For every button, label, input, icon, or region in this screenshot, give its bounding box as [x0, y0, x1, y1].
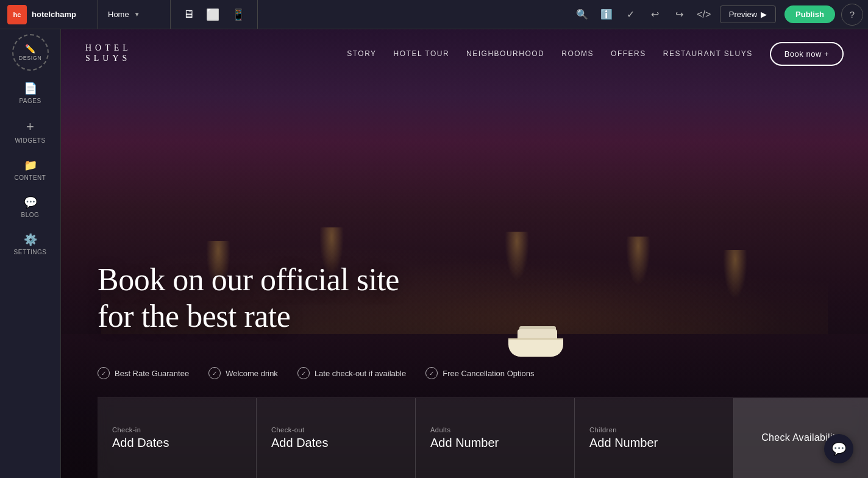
check-icon-4: ✓	[425, 367, 438, 379]
pencil-icon: ✏️	[25, 44, 35, 54]
feature-label-4: Free Cancellation Options	[443, 369, 534, 378]
nav-hotel-tour[interactable]: HOTEL TOUR	[394, 49, 449, 58]
chat-icon: 💬	[831, 441, 847, 456]
nav-story[interactable]: STORY	[347, 49, 376, 58]
check-icon-1: ✓	[98, 367, 110, 379]
logo-line1: HOTEL	[85, 43, 132, 54]
hero-line2: for the best rate	[98, 299, 290, 334]
preview-label: Preview	[729, 10, 757, 19]
feature-label-3: Late check-out if available	[315, 369, 406, 378]
nav-links: STORY HOTEL TOUR NEIGHBOURHOOD ROOMS OFF…	[347, 42, 844, 66]
mobile-icon[interactable]: 📱	[229, 5, 247, 24]
logo[interactable]: hc hotelchamp	[0, 0, 98, 29]
feature-cancellation: ✓ Free Cancellation Options	[425, 367, 534, 379]
content-label: CONTENT	[15, 174, 46, 181]
logo-line2: SLUYS	[85, 54, 132, 64]
checkout-field[interactable]: Check-out Add Dates	[257, 398, 416, 478]
site-navigation: HOTEL SLUYS STORY HOTEL TOUR NEIGHBOURHO…	[61, 29, 868, 78]
check-button[interactable]: ✓	[620, 4, 642, 26]
website-preview: HOTEL SLUYS STORY HOTEL TOUR NEIGHBOURHO…	[61, 29, 868, 478]
booking-bar: Check-in Add Dates Check-out Add Dates A…	[98, 398, 868, 478]
widgets-label: WIDGETS	[15, 137, 45, 144]
chevron-down-icon: ▼	[134, 11, 140, 18]
nav-offers[interactable]: OFFERS	[611, 49, 646, 58]
children-field[interactable]: Children Add Number	[575, 398, 734, 478]
nav-neighbourhood[interactable]: NEIGHBOURHOOD	[466, 49, 544, 58]
sidebar-item-widgets[interactable]: + WIDGETS	[6, 113, 55, 150]
toolbar: hc hotelchamp Home ▼ 🖥 ⬜ 📱 🔍 ℹ️ ✓ ↩ ↪ </…	[0, 0, 868, 29]
checkout-value: Add Dates	[271, 436, 400, 450]
checkin-value: Add Dates	[112, 436, 241, 450]
design-label: DESIGN	[19, 55, 42, 61]
nav-rooms[interactable]: ROOMS	[561, 49, 594, 58]
play-icon: ▶	[761, 10, 767, 19]
adults-label: Adults	[430, 426, 560, 433]
plus-icon: +	[26, 119, 34, 135]
folder-icon: 📁	[24, 159, 37, 172]
hotelchamp-logo-icon: hc	[7, 5, 27, 24]
toolbar-actions: 🔍 ℹ️ ✓ ↩ ↪ </> Preview ▶ Publish ?	[566, 4, 868, 26]
publish-button[interactable]: Publish	[784, 5, 835, 23]
hero-heading: Book on our official site for the best r…	[98, 262, 399, 335]
lamp-glow-3	[505, 232, 529, 280]
code-button[interactable]: </>	[693, 4, 715, 26]
check-icon-3: ✓	[297, 367, 310, 379]
tablet-icon[interactable]: ⬜	[204, 5, 222, 24]
device-switcher: 🖥 ⬜ 📱	[171, 0, 258, 29]
page-selector-label: Home	[108, 10, 129, 19]
undo-button[interactable]: ↩	[644, 4, 666, 26]
preview-button[interactable]: Preview ▶	[720, 5, 776, 23]
check-icon-2: ✓	[208, 367, 221, 379]
feature-label-2: Welcome drink	[226, 369, 278, 378]
desktop-icon[interactable]: 🖥	[180, 5, 196, 23]
boat-body	[508, 338, 563, 357]
feature-best-rate: ✓ Best Rate Guarantee	[98, 367, 189, 379]
adults-value: Add Number	[430, 436, 560, 450]
gear-icon: ⚙️	[24, 233, 37, 246]
sidebar-item-settings[interactable]: ⚙️ SETTINGS	[6, 227, 55, 262]
hero-text: Book on our official site for the best r…	[98, 262, 399, 335]
pages-icon: 📄	[24, 82, 37, 95]
feature-welcome-drink: ✓ Welcome drink	[208, 367, 278, 379]
checkin-label: Check-in	[112, 426, 241, 433]
checkin-field[interactable]: Check-in Add Dates	[98, 398, 257, 478]
sidebar-item-pages[interactable]: 📄 PAGES	[6, 76, 55, 110]
redo-button[interactable]: ↪	[669, 4, 691, 26]
feature-label-1: Best Rate Guarantee	[115, 369, 189, 378]
children-value: Add Number	[589, 436, 719, 450]
lamp-glow-5	[723, 250, 747, 299]
sidebar-item-blog[interactable]: 💬 BLOG	[6, 190, 55, 224]
book-now-button[interactable]: Book now +	[770, 42, 844, 66]
nav-restaurant[interactable]: RESTAURANT SLUYS	[663, 49, 753, 58]
hotelchamp-logo-text: hotelchamp	[32, 10, 76, 19]
blog-label: BLOG	[21, 212, 40, 218]
pages-label: PAGES	[19, 98, 41, 104]
help-button[interactable]: ?	[841, 4, 863, 26]
sidebar-item-content[interactable]: 📁 CONTENT	[6, 152, 55, 187]
sidebar-item-design[interactable]: ✏️ DESIGN	[12, 34, 49, 71]
info-button[interactable]: ℹ️	[596, 4, 617, 26]
features-bar: ✓ Best Rate Guarantee ✓ Welcome drink ✓ …	[61, 367, 868, 379]
canvas: HOTEL SLUYS STORY HOTEL TOUR NEIGHBOURHO…	[61, 29, 868, 478]
chat-icon: 💬	[24, 196, 37, 209]
boat	[502, 320, 569, 357]
hero-line1: Book on our official site	[98, 262, 399, 297]
children-label: Children	[589, 426, 719, 433]
main-layout: ✏️ DESIGN 📄 PAGES + WIDGETS 📁 CONTENT 💬 …	[0, 29, 868, 478]
settings-label: SETTINGS	[13, 249, 46, 255]
chat-widget-button[interactable]: 💬	[824, 434, 853, 463]
page-selector[interactable]: Home ▼	[98, 0, 171, 29]
site-logo: HOTEL SLUYS	[85, 43, 132, 64]
feature-late-checkout: ✓ Late check-out if available	[297, 367, 406, 379]
lamp-glow-4	[626, 237, 650, 285]
checkout-label: Check-out	[271, 426, 400, 433]
adults-field[interactable]: Adults Add Number	[416, 398, 575, 478]
search-button[interactable]: 🔍	[571, 4, 593, 26]
sidebar: ✏️ DESIGN 📄 PAGES + WIDGETS 📁 CONTENT 💬 …	[0, 29, 61, 478]
